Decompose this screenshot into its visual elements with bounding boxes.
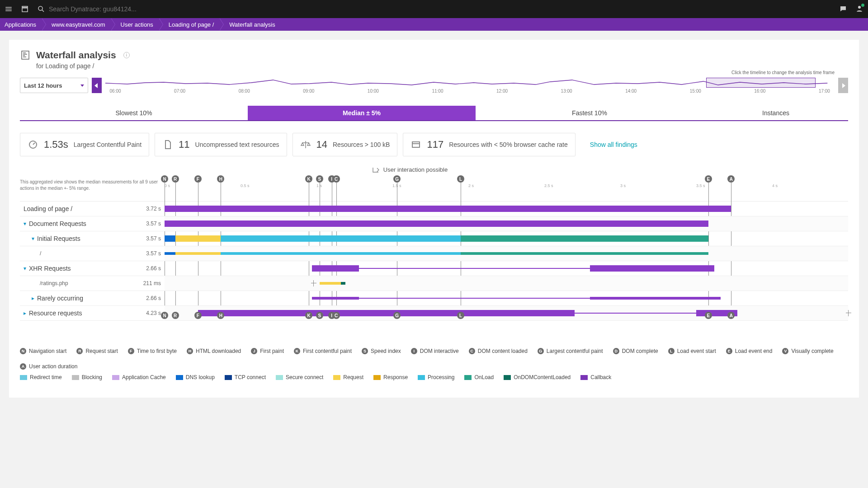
legend-item: SSpeed index bbox=[362, 348, 401, 354]
row-label: / bbox=[40, 250, 41, 257]
table-row[interactable]: Loading of page / 3.72 s bbox=[20, 202, 848, 216]
finding-value: 14 bbox=[316, 139, 327, 150]
table-row[interactable]: ▸Rarely occurring 2.66 s bbox=[20, 291, 848, 306]
legend-item: HHTML downloaded bbox=[187, 348, 241, 354]
legend-item: IDOM interactive bbox=[411, 348, 459, 354]
tab-median-5-[interactable]: Median ± 5% bbox=[248, 106, 476, 120]
page-title: Waterfall analysis bbox=[36, 50, 116, 61]
row-value: 3.57 s bbox=[137, 250, 165, 257]
legend-item: JFirst paint bbox=[251, 348, 284, 354]
finding-label: Uncompressed text resources bbox=[195, 141, 279, 148]
dashboard-icon[interactable] bbox=[21, 5, 29, 13]
timeline-next-button bbox=[838, 78, 848, 93]
file-icon bbox=[162, 139, 173, 150]
finding-value: 1.53s bbox=[44, 139, 68, 150]
row-value: 2.66 s bbox=[137, 265, 165, 272]
search-icon[interactable] bbox=[37, 5, 45, 13]
search-wrap bbox=[37, 5, 831, 13]
legend-item: GLargest contentful paint bbox=[538, 348, 603, 354]
legend-item: Response bbox=[373, 374, 408, 380]
row-value: 211 ms bbox=[137, 280, 165, 286]
timeframe-label: Last 12 hours bbox=[24, 82, 62, 89]
menu-icon[interactable] bbox=[5, 5, 13, 13]
legend-item: NNavigation start bbox=[20, 348, 66, 354]
table-row[interactable]: ▸Resource requests 4.23 s bbox=[20, 306, 848, 321]
row-value: 2.66 s bbox=[137, 295, 165, 301]
legend-item: OnLoad bbox=[464, 374, 494, 380]
marker-legend: NNavigation startRRequest startFTime to … bbox=[20, 348, 848, 370]
legend-item: RRequest start bbox=[76, 348, 118, 354]
timeframe-dropdown[interactable]: Last 12 hours bbox=[20, 78, 88, 93]
chevron-down-icon[interactable]: ▾ bbox=[24, 221, 26, 227]
breadcrumb-item[interactable]: Loading of page / bbox=[159, 18, 219, 31]
legend-item: TCP connect bbox=[225, 374, 266, 380]
user-interaction-possible-label: User interaction possible bbox=[373, 166, 448, 173]
timeline-hint: Click the timeline to change the analysi… bbox=[731, 70, 835, 75]
row-value: 4.23 s bbox=[137, 310, 165, 316]
legend-item: Blocking bbox=[72, 374, 102, 380]
legend-item: FTime to first byte bbox=[128, 348, 177, 354]
svg-rect-4 bbox=[412, 142, 420, 147]
legend-item: Callback bbox=[580, 374, 611, 380]
table-row[interactable]: /ratings.php 211 ms bbox=[20, 276, 848, 291]
waterfall-rows: Loading of page / 3.72 s ▾Document Reque… bbox=[20, 201, 848, 321]
table-row[interactable]: ▾XHR Requests 2.66 s bbox=[20, 261, 848, 276]
chevron-down-icon[interactable]: ▾ bbox=[24, 265, 26, 272]
table-row[interactable]: ▾Document Requests 3.57 s bbox=[20, 216, 848, 231]
chat-icon[interactable] bbox=[839, 5, 847, 13]
legend-item: CDOM content loaded bbox=[469, 348, 528, 354]
topbar bbox=[0, 0, 868, 18]
page-subtitle: for Loading of page / bbox=[36, 62, 848, 70]
info-icon[interactable]: i bbox=[123, 52, 130, 58]
tab-slowest-10-[interactable]: Slowest 10% bbox=[20, 106, 248, 120]
chevron-right-icon[interactable]: ▸ bbox=[24, 310, 26, 316]
row-label: Initial Requests bbox=[37, 235, 80, 242]
profile-icon[interactable] bbox=[855, 5, 863, 13]
legend-item: Redirect time bbox=[20, 374, 62, 380]
legend-item: DDOM complete bbox=[613, 348, 658, 354]
gauge-icon bbox=[28, 139, 38, 150]
chevron-right-icon[interactable]: ▸ bbox=[32, 295, 34, 301]
row-label: XHR Requests bbox=[29, 265, 71, 272]
legend-item: KFirst contentful paint bbox=[294, 348, 352, 354]
svg-point-1 bbox=[858, 6, 861, 9]
legend-item: DNS lookup bbox=[176, 374, 215, 380]
finding-card[interactable]: 117 Resources with < 50% browser cache r… bbox=[403, 133, 575, 156]
chevron-down-icon[interactable]: ▾ bbox=[32, 235, 34, 242]
timeline-sparkline[interactable]: Click the timeline to change the analysi… bbox=[105, 78, 835, 93]
legend-item: Processing bbox=[418, 374, 454, 380]
table-row[interactable]: ▾Initial Requests 3.57 s bbox=[20, 231, 848, 246]
timeline-prev-button[interactable] bbox=[92, 78, 102, 93]
page-card: Waterfall analysis i for Loading of page… bbox=[9, 40, 859, 398]
finding-card[interactable]: 1.53s Largest Contentful Paint bbox=[20, 133, 149, 156]
svg-rect-2 bbox=[22, 51, 29, 59]
legend-item: AUser action duration bbox=[20, 363, 77, 370]
table-row[interactable]: / 3.57 s bbox=[20, 246, 848, 261]
legend-item: Secure connect bbox=[276, 374, 323, 380]
waterfall-icon bbox=[20, 50, 31, 61]
svg-point-0 bbox=[38, 6, 42, 10]
breadcrumb-item[interactable]: Waterfall analysis bbox=[219, 18, 280, 31]
tab-instances[interactable]: Instances bbox=[703, 106, 848, 120]
waterfall-description: This aggregated view shows the median me… bbox=[20, 175, 165, 191]
breadcrumb-item[interactable]: Applications bbox=[0, 18, 42, 31]
finding-value: 117 bbox=[427, 139, 443, 150]
legend-item: Request bbox=[333, 374, 363, 380]
show-all-findings-link[interactable]: Show all findings bbox=[590, 141, 637, 149]
finding-label: Largest Contentful Paint bbox=[74, 141, 142, 148]
search-input[interactable] bbox=[49, 5, 230, 13]
legend-item: Application Cache bbox=[112, 374, 166, 380]
legend-item: OnDOMContentLoaded bbox=[504, 374, 571, 380]
finding-card[interactable]: 14 Resources > 100 kB bbox=[292, 133, 398, 156]
legend-item: ELoad event end bbox=[726, 348, 773, 354]
tab-fastest-10-[interactable]: Fastest 10% bbox=[476, 106, 703, 120]
timeline-selection[interactable] bbox=[706, 78, 816, 88]
row-value: 3.72 s bbox=[137, 206, 165, 212]
finding-card[interactable]: 11 Uncompressed text resources bbox=[155, 133, 287, 156]
tabs: Slowest 10%Median ± 5%Fastest 10%Instanc… bbox=[20, 106, 848, 121]
legend-item: VVisually complete bbox=[782, 348, 833, 354]
breadcrumb-item[interactable]: User actions bbox=[111, 18, 159, 31]
arrow-right-icon bbox=[373, 167, 381, 173]
breadcrumb-item[interactable]: www.easytravel.com bbox=[42, 18, 110, 31]
scale-icon bbox=[300, 139, 311, 150]
